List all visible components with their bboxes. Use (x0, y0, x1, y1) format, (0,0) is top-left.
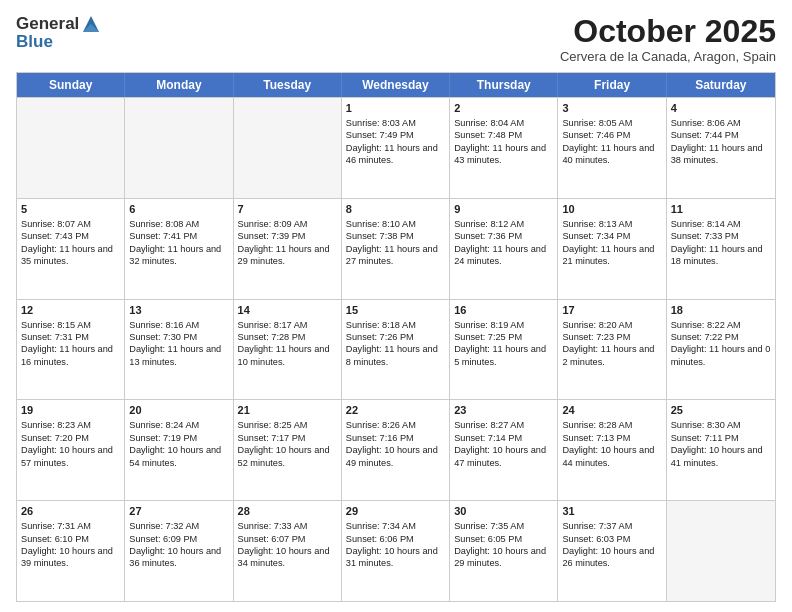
calendar-day-empty (17, 98, 125, 198)
calendar-week-5: 26Sunrise: 7:31 AMSunset: 6:10 PMDayligh… (17, 500, 775, 601)
day-number: 5 (21, 202, 120, 217)
day-number: 8 (346, 202, 445, 217)
day-number: 17 (562, 303, 661, 318)
day-number: 22 (346, 403, 445, 418)
calendar-day-18: 18Sunrise: 8:22 AMSunset: 7:22 PMDayligh… (667, 300, 775, 400)
day-number: 13 (129, 303, 228, 318)
calendar-day-4: 4Sunrise: 8:06 AMSunset: 7:44 PMDaylight… (667, 98, 775, 198)
calendar-day-25: 25Sunrise: 8:30 AMSunset: 7:11 PMDayligh… (667, 400, 775, 500)
calendar-day-29: 29Sunrise: 7:34 AMSunset: 6:06 PMDayligh… (342, 501, 450, 601)
calendar-week-3: 12Sunrise: 8:15 AMSunset: 7:31 PMDayligh… (17, 299, 775, 400)
day-number: 3 (562, 101, 661, 116)
day-number: 24 (562, 403, 661, 418)
calendar-day-17: 17Sunrise: 8:20 AMSunset: 7:23 PMDayligh… (558, 300, 666, 400)
calendar-day-3: 3Sunrise: 8:05 AMSunset: 7:46 PMDaylight… (558, 98, 666, 198)
day-header-sunday: Sunday (17, 73, 125, 97)
calendar-day-7: 7Sunrise: 8:09 AMSunset: 7:39 PMDaylight… (234, 199, 342, 299)
day-number: 28 (238, 504, 337, 519)
calendar-week-1: 1Sunrise: 8:03 AMSunset: 7:49 PMDaylight… (17, 97, 775, 198)
day-header-monday: Monday (125, 73, 233, 97)
day-number: 14 (238, 303, 337, 318)
day-header-tuesday: Tuesday (234, 73, 342, 97)
calendar-day-20: 20Sunrise: 8:24 AMSunset: 7:19 PMDayligh… (125, 400, 233, 500)
day-number: 26 (21, 504, 120, 519)
day-number: 31 (562, 504, 661, 519)
calendar-header-row: SundayMondayTuesdayWednesdayThursdayFrid… (17, 73, 775, 97)
calendar-day-empty (667, 501, 775, 601)
day-number: 27 (129, 504, 228, 519)
calendar-day-1: 1Sunrise: 8:03 AMSunset: 7:49 PMDaylight… (342, 98, 450, 198)
calendar-day-31: 31Sunrise: 7:37 AMSunset: 6:03 PMDayligh… (558, 501, 666, 601)
day-number: 23 (454, 403, 553, 418)
day-number: 9 (454, 202, 553, 217)
day-number: 12 (21, 303, 120, 318)
calendar-title: October 2025 (560, 14, 776, 49)
day-number: 7 (238, 202, 337, 217)
calendar-day-empty (125, 98, 233, 198)
calendar-day-22: 22Sunrise: 8:26 AMSunset: 7:16 PMDayligh… (342, 400, 450, 500)
day-number: 21 (238, 403, 337, 418)
day-number: 20 (129, 403, 228, 418)
day-number: 6 (129, 202, 228, 217)
day-number: 30 (454, 504, 553, 519)
calendar-day-19: 19Sunrise: 8:23 AMSunset: 7:20 PMDayligh… (17, 400, 125, 500)
calendar-day-12: 12Sunrise: 8:15 AMSunset: 7:31 PMDayligh… (17, 300, 125, 400)
logo-blue: Blue (16, 32, 101, 52)
day-number: 1 (346, 101, 445, 116)
calendar-day-24: 24Sunrise: 8:28 AMSunset: 7:13 PMDayligh… (558, 400, 666, 500)
page-header: General Blue October 2025 Cervera de la … (16, 14, 776, 64)
calendar-day-2: 2Sunrise: 8:04 AMSunset: 7:48 PMDaylight… (450, 98, 558, 198)
title-block: October 2025 Cervera de la Canada, Arago… (560, 14, 776, 64)
calendar-day-26: 26Sunrise: 7:31 AMSunset: 6:10 PMDayligh… (17, 501, 125, 601)
day-number: 25 (671, 403, 771, 418)
day-header-saturday: Saturday (667, 73, 775, 97)
day-number: 19 (21, 403, 120, 418)
day-number: 2 (454, 101, 553, 116)
day-number: 16 (454, 303, 553, 318)
calendar-day-10: 10Sunrise: 8:13 AMSunset: 7:34 PMDayligh… (558, 199, 666, 299)
logo: General Blue (16, 14, 101, 52)
day-header-friday: Friday (558, 73, 666, 97)
calendar-day-empty (234, 98, 342, 198)
calendar-subtitle: Cervera de la Canada, Aragon, Spain (560, 49, 776, 64)
calendar-day-13: 13Sunrise: 8:16 AMSunset: 7:30 PMDayligh… (125, 300, 233, 400)
calendar-day-16: 16Sunrise: 8:19 AMSunset: 7:25 PMDayligh… (450, 300, 558, 400)
calendar-day-30: 30Sunrise: 7:35 AMSunset: 6:05 PMDayligh… (450, 501, 558, 601)
logo-general: General (16, 14, 79, 34)
calendar-day-21: 21Sunrise: 8:25 AMSunset: 7:17 PMDayligh… (234, 400, 342, 500)
calendar-day-27: 27Sunrise: 7:32 AMSunset: 6:09 PMDayligh… (125, 501, 233, 601)
day-number: 15 (346, 303, 445, 318)
calendar-day-8: 8Sunrise: 8:10 AMSunset: 7:38 PMDaylight… (342, 199, 450, 299)
calendar-week-2: 5Sunrise: 8:07 AMSunset: 7:43 PMDaylight… (17, 198, 775, 299)
day-number: 18 (671, 303, 771, 318)
day-header-thursday: Thursday (450, 73, 558, 97)
calendar-body: 1Sunrise: 8:03 AMSunset: 7:49 PMDaylight… (17, 97, 775, 601)
day-number: 29 (346, 504, 445, 519)
day-number: 10 (562, 202, 661, 217)
calendar-day-6: 6Sunrise: 8:08 AMSunset: 7:41 PMDaylight… (125, 199, 233, 299)
calendar-week-4: 19Sunrise: 8:23 AMSunset: 7:20 PMDayligh… (17, 399, 775, 500)
calendar-day-23: 23Sunrise: 8:27 AMSunset: 7:14 PMDayligh… (450, 400, 558, 500)
calendar-day-9: 9Sunrise: 8:12 AMSunset: 7:36 PMDaylight… (450, 199, 558, 299)
calendar-day-14: 14Sunrise: 8:17 AMSunset: 7:28 PMDayligh… (234, 300, 342, 400)
logo-icon (81, 14, 101, 34)
day-header-wednesday: Wednesday (342, 73, 450, 97)
calendar-day-28: 28Sunrise: 7:33 AMSunset: 6:07 PMDayligh… (234, 501, 342, 601)
day-number: 4 (671, 101, 771, 116)
calendar-day-15: 15Sunrise: 8:18 AMSunset: 7:26 PMDayligh… (342, 300, 450, 400)
calendar: SundayMondayTuesdayWednesdayThursdayFrid… (16, 72, 776, 602)
day-number: 11 (671, 202, 771, 217)
calendar-day-11: 11Sunrise: 8:14 AMSunset: 7:33 PMDayligh… (667, 199, 775, 299)
calendar-day-5: 5Sunrise: 8:07 AMSunset: 7:43 PMDaylight… (17, 199, 125, 299)
